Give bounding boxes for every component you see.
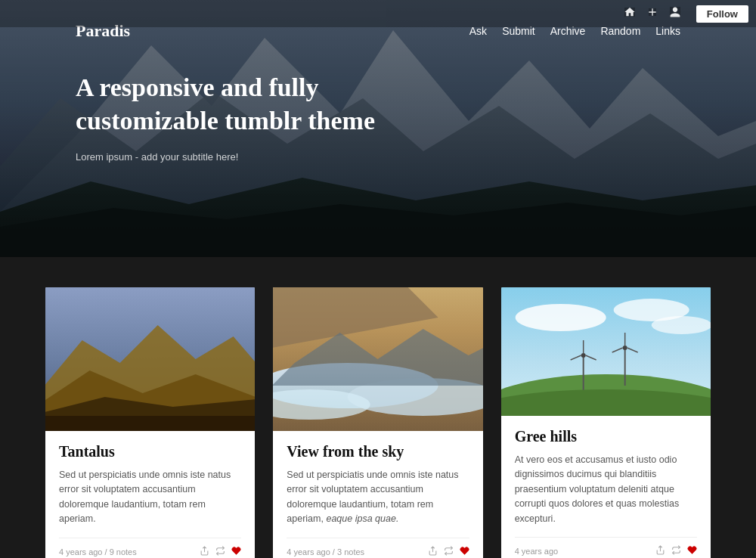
hero-title: A responsive and fully customizable tumb…: [76, 71, 454, 138]
card-3-body: Gree hills At vero eos et accusamus et i…: [501, 416, 711, 558]
card-2-title: View from the sky: [287, 443, 469, 460]
svg-point-32: [501, 389, 711, 416]
plus-icon[interactable]: [646, 6, 658, 21]
svg-rect-10: [45, 416, 255, 431]
reblog-icon[interactable]: [215, 546, 225, 559]
cards-grid: Tantalus Sed ut perspiciatis unde omnis …: [45, 287, 711, 558]
card-2-actions: [428, 546, 469, 559]
home-icon[interactable]: [624, 6, 636, 21]
svg-point-18: [515, 304, 606, 331]
card-1-image: [45, 287, 255, 431]
share-icon-2[interactable]: [428, 546, 438, 559]
card-3-image: [501, 287, 711, 416]
hero-content: A responsive and fully customizable tumb…: [0, 41, 756, 257]
hero-subtitle: Lorem ipsum - add your subtitle here!: [76, 151, 680, 163]
heart-icon-2[interactable]: [460, 546, 469, 559]
card-1-actions: [200, 546, 241, 559]
card-3-text: At vero eos et accusamus et iusto odio d…: [515, 453, 697, 526]
card-1-meta: 4 years ago / 9 notes: [59, 547, 137, 556]
heart-icon-3[interactable]: [687, 545, 697, 558]
card-2-highlighted: eaque ipsa quae.: [326, 513, 398, 524]
card-2-image: [273, 287, 482, 431]
follow-button[interactable]: Follow: [696, 5, 748, 23]
card-3-meta: 4 years ago: [515, 547, 558, 556]
reblog-icon-2[interactable]: [444, 546, 454, 559]
card-3: Gree hills At vero eos et accusamus et i…: [501, 287, 711, 558]
share-icon[interactable]: [200, 546, 209, 559]
svg-point-23: [581, 353, 585, 358]
card-2-meta: 4 years ago / 3 notes: [287, 547, 364, 556]
card-2: View from the sky Sed ut perspiciatis un…: [273, 287, 482, 558]
card-3-actions: [655, 545, 697, 558]
cards-section: Tantalus Sed ut perspiciatis unde omnis …: [0, 257, 756, 558]
card-3-footer: 4 years ago: [515, 537, 697, 558]
card-1-title: Tantalus: [59, 443, 241, 460]
card-3-title: Gree hills: [515, 428, 697, 445]
card-1-body: Tantalus Sed ut perspiciatis unde omnis …: [45, 431, 255, 558]
card-1-text: Sed ut perspiciatis unde omnis iste natu…: [59, 468, 241, 527]
hero-section: Paradis Ask Submit Archive Random Links …: [0, 0, 756, 257]
reblog-icon-3[interactable]: [671, 545, 681, 558]
card-2-text: Sed ut perspiciatis unde omnis iste natu…: [287, 468, 469, 527]
card-2-body: View from the sky Sed ut perspiciatis un…: [273, 431, 482, 558]
user-icon[interactable]: [669, 6, 681, 21]
svg-point-20: [651, 316, 711, 334]
heart-icon[interactable]: [231, 546, 241, 559]
svg-point-28: [622, 346, 627, 350]
top-bar: Follow: [0, 0, 756, 27]
top-bar-icons: Follow: [624, 5, 748, 23]
card-1-footer: 4 years ago / 9 notes: [59, 538, 241, 559]
share-icon-3[interactable]: [655, 545, 665, 558]
card-2-footer: 4 years ago / 3 notes: [287, 538, 469, 559]
card-1: Tantalus Sed ut perspiciatis unde omnis …: [45, 287, 255, 558]
